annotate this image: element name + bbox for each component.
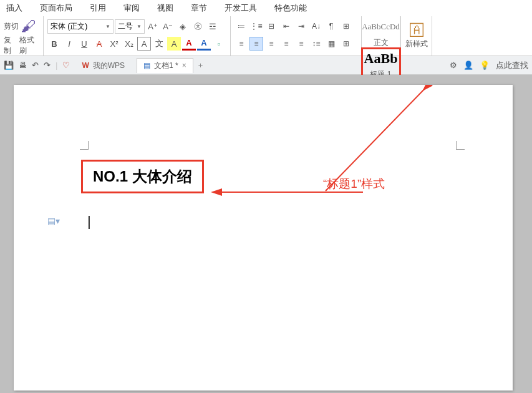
format-painter-icon[interactable]: 🖌 bbox=[21, 17, 36, 35]
margin-mark-tl bbox=[80, 141, 89, 150]
new-tab-button[interactable]: + bbox=[198, 61, 203, 70]
annotation-label: “标题1”样式 bbox=[323, 176, 385, 192]
redo-button[interactable]: ↷ bbox=[44, 61, 51, 70]
menu-references[interactable]: 引用 bbox=[90, 2, 106, 14]
menu-features[interactable]: 特色功能 bbox=[274, 2, 307, 14]
margin-mark-tr bbox=[456, 141, 465, 150]
bullets-button[interactable]: ≔ bbox=[235, 19, 248, 33]
close-icon[interactable]: × bbox=[182, 61, 186, 70]
document-heading[interactable]: NO.1 大体介绍 bbox=[93, 168, 192, 185]
menu-devtools[interactable]: 开发工具 bbox=[225, 2, 257, 14]
text-cursor: | bbox=[87, 213, 91, 230]
numbering-button[interactable]: ⋮≡ bbox=[249, 19, 263, 33]
show-marks-button[interactable]: ¶ bbox=[324, 19, 338, 33]
dropdown-icon: ▼ bbox=[105, 24, 110, 29]
favorite-button[interactable]: ♡ bbox=[62, 61, 70, 70]
tab-label: 我的WPS bbox=[93, 61, 125, 71]
tab-document[interactable]: ▤ 文档1 * × bbox=[137, 58, 193, 73]
shading-button[interactable]: ▦ bbox=[324, 37, 338, 51]
copy-button[interactable]: 复制 bbox=[4, 35, 17, 56]
font-name-select[interactable]: 宋体 (正文) ▼ bbox=[47, 19, 114, 34]
new-style-icon: 🄰 bbox=[410, 22, 423, 39]
menu-section[interactable]: 章节 bbox=[191, 2, 207, 14]
print-button[interactable]: 🖶 bbox=[19, 61, 27, 70]
char-shading-button[interactable]: A bbox=[197, 37, 211, 51]
undo-button[interactable]: ↶ bbox=[32, 61, 39, 70]
align-right-button[interactable]: ≡ bbox=[264, 37, 278, 51]
change-case-button[interactable]: 文 bbox=[152, 37, 166, 51]
enclose-char-button[interactable]: ▫ bbox=[212, 37, 226, 51]
dropdown-icon: ▼ bbox=[137, 24, 142, 29]
char-box-button[interactable]: A bbox=[137, 37, 151, 51]
increase-font-button[interactable]: A⁺ bbox=[146, 19, 160, 33]
wps-icon: W bbox=[82, 61, 89, 70]
font-color-button[interactable]: A bbox=[182, 37, 196, 51]
annotation-arrows bbox=[14, 85, 513, 391]
strike-button[interactable]: A bbox=[92, 37, 106, 51]
menu-review[interactable]: 审阅 bbox=[123, 2, 140, 14]
tab-button[interactable]: ⊞ bbox=[339, 19, 353, 33]
align-left-button[interactable]: ≡ bbox=[235, 37, 248, 51]
menu-view[interactable]: 视图 bbox=[157, 2, 173, 14]
increase-indent-button[interactable]: ⇥ bbox=[294, 19, 308, 33]
font-size-select[interactable]: 二号 ▼ bbox=[115, 19, 145, 34]
bulb-icon: 💡 bbox=[480, 61, 490, 70]
clear-format-button[interactable]: ◈ bbox=[176, 19, 190, 33]
menu-layout[interactable]: 页面布局 bbox=[40, 2, 72, 14]
quick-access-bar: 💾 🖶 ↶ ↷ | ♡ W 我的WPS ▤ 文档1 * × + ⚙ 👤 💡 点此… bbox=[0, 56, 532, 75]
ribbon: 剪切 🖌 复制 格式刷 宋体 (正文) ▼ 二号 ▼ A⁺ A⁻ ◈ ㉆ ☲ B bbox=[0, 16, 532, 56]
underline-button[interactable]: U bbox=[77, 37, 91, 51]
align-distributed-button[interactable]: ≡ bbox=[294, 37, 308, 51]
align-justify-button[interactable]: ≡ bbox=[279, 37, 293, 51]
italic-button[interactable]: I bbox=[62, 37, 76, 51]
font-name-value: 宋体 (正文) bbox=[51, 21, 87, 32]
heading-highlight-box: NO.1 大体介绍 bbox=[81, 160, 204, 193]
subscript-button[interactable]: X₂ bbox=[122, 37, 136, 51]
style-label: 正文 bbox=[374, 37, 389, 48]
menu-bar: 插入 页面布局 引用 审阅 视图 章节 开发工具 特色功能 bbox=[0, 0, 532, 16]
decrease-font-button[interactable]: A⁻ bbox=[161, 19, 175, 33]
document-icon: ▤ bbox=[143, 61, 150, 70]
char-border-button[interactable]: ☲ bbox=[206, 19, 220, 33]
page[interactable] bbox=[14, 85, 513, 391]
new-style-group[interactable]: 🄰 新样式 bbox=[401, 16, 432, 56]
new-style-label: 新样式 bbox=[405, 39, 428, 49]
superscript-button[interactable]: X² bbox=[107, 37, 121, 51]
borders-button[interactable]: ⊞ bbox=[339, 37, 353, 51]
svg-line-0 bbox=[326, 85, 428, 191]
style-normal[interactable]: AaBbCcDd 正文 bbox=[362, 16, 400, 48]
decrease-indent-button[interactable]: ⇤ bbox=[279, 19, 293, 33]
style-preview: AaBbCcDd bbox=[362, 16, 400, 37]
save-button[interactable]: 💾 bbox=[4, 61, 14, 70]
highlight-button[interactable]: A bbox=[167, 37, 181, 51]
share-icon[interactable]: 👤 bbox=[463, 61, 473, 70]
line-spacing-button[interactable]: ↕≡ bbox=[309, 37, 323, 51]
settings-icon[interactable]: ⚙ bbox=[450, 61, 457, 70]
format-painter-button[interactable]: 格式刷 bbox=[19, 35, 39, 56]
tab-mywps[interactable]: W 我的WPS bbox=[75, 58, 132, 73]
sort-button[interactable]: A↓ bbox=[309, 19, 323, 33]
document-area bbox=[0, 75, 532, 393]
tab-label: 文档1 * bbox=[154, 61, 178, 71]
styles-group: AaBbCcDd 正文 AaBb 标题 1 AaBb( 标题 2 ▲ ▼ bbox=[362, 16, 401, 56]
font-size-value: 二号 bbox=[118, 21, 133, 32]
style-preview: AaBb bbox=[364, 48, 398, 69]
search-hint[interactable]: 点此查找 bbox=[496, 60, 528, 71]
bold-button[interactable]: B bbox=[47, 37, 61, 51]
align-center-button[interactable]: ≡ bbox=[249, 37, 263, 51]
paragraph-options-icon[interactable]: ▤▾ bbox=[47, 216, 60, 226]
font-group: 宋体 (正文) ▼ 二号 ▼ A⁺ A⁻ ◈ ㉆ ☲ B I U A X² X₂… bbox=[44, 16, 231, 56]
clipboard-group: 剪切 🖌 复制 格式刷 bbox=[0, 16, 44, 56]
paragraph-group: ≔ ⋮≡ ⊟ ⇤ ⇥ A↓ ¶ ⊞ ≡ ≡ ≡ ≡ ≡ ↕≡ ▦ ⊞ bbox=[231, 16, 362, 56]
phonetic-button[interactable]: ㉆ bbox=[191, 19, 205, 33]
cut-button[interactable]: 剪切 bbox=[4, 21, 19, 32]
menu-insert[interactable]: 插入 bbox=[6, 2, 22, 14]
multilevel-button[interactable]: ⊟ bbox=[264, 19, 278, 33]
